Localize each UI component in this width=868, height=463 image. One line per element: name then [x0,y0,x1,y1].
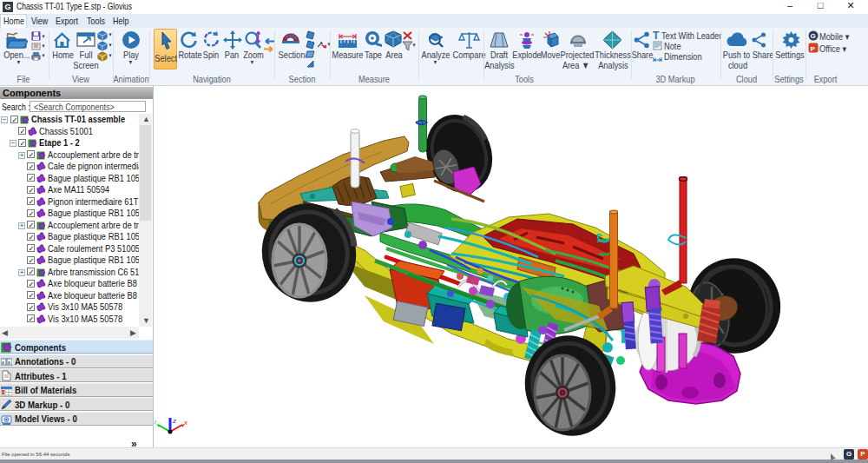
svg-text:a: a [8,360,10,365]
svg-text:T: T [653,30,660,40]
svg-text:a: a [2,360,4,365]
svg-text:P: P [811,45,816,53]
svg-text:z: z [172,417,176,425]
svg-text:x: x [183,419,188,427]
svg-text:G: G [811,32,816,40]
